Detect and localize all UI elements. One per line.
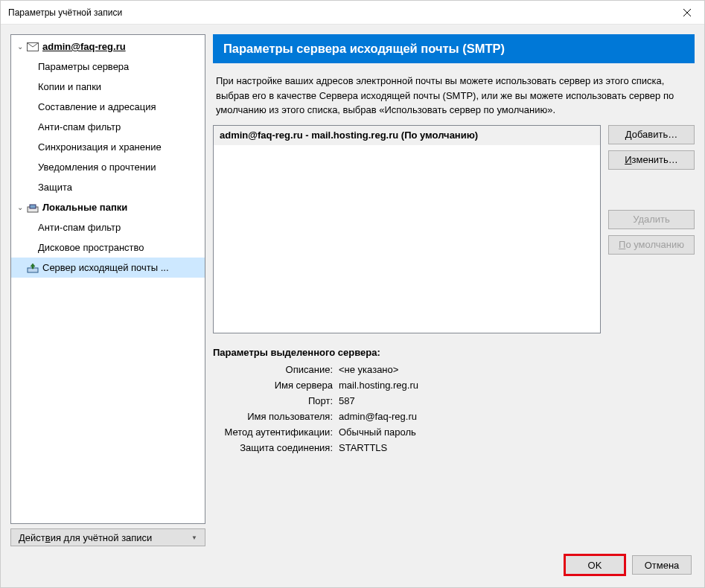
- server-upload-icon: [26, 262, 39, 274]
- details-description-value: <не указано>: [336, 364, 695, 375]
- close-icon: [683, 7, 691, 19]
- svg-rect-2: [30, 205, 36, 208]
- close-button[interactable]: [670, 1, 704, 25]
- account-actions-button[interactable]: Действия для учётной записи ▼: [10, 528, 205, 546]
- selected-server-details: Параметры выделенного сервера: Описание:…: [213, 347, 695, 453]
- delete-button[interactable]: Удалить: [608, 210, 695, 229]
- details-description-label: Описание:: [213, 364, 336, 375]
- smtp-buttons: Добавить… Изменить… Удалить По умолчанию: [608, 125, 695, 333]
- smtp-list-row: admin@faq-reg.ru - mail.hosting.reg.ru (…: [213, 125, 695, 333]
- set-default-button[interactable]: По умолчанию: [608, 235, 695, 255]
- tree-item-sync[interactable]: ·Синхронизация и хранение: [11, 137, 205, 157]
- details-auth-label: Метод аутентификации:: [213, 426, 336, 438]
- tree-item-copies[interactable]: ·Копии и папки: [11, 77, 205, 97]
- content-pane: Параметры сервера исходящей почты (SMTP)…: [213, 34, 695, 546]
- tree-item-antispam[interactable]: ·Анти-спам фильтр: [11, 117, 205, 137]
- account-actions-label: Действия для учётной записи: [19, 532, 152, 543]
- mail-icon: [26, 41, 39, 53]
- window-title: Параметры учётной записи: [8, 7, 122, 18]
- tree-item-security[interactable]: ·Защита: [11, 177, 205, 197]
- account-settings-window: Параметры учётной записи ⌄ admin@faq-reg…: [0, 0, 705, 588]
- content-description: При настройке ваших адресов электронной …: [213, 63, 695, 125]
- chevron-down-icon: ⌄: [16, 203, 25, 211]
- titlebar: Параметры учётной записи: [1, 1, 704, 25]
- account-tree[interactable]: ⌄ admin@faq-reg.ru ·Параметры сервера ·К…: [10, 34, 205, 524]
- tree-account-label: admin@faq-reg.ru: [41, 41, 126, 52]
- sidebar: ⌄ admin@faq-reg.ru ·Параметры сервера ·К…: [10, 34, 205, 546]
- cancel-button[interactable]: Отмена: [632, 555, 692, 575]
- ok-button[interactable]: OK: [565, 555, 625, 575]
- details-user-label: Имя пользователя:: [213, 411, 336, 422]
- edit-button[interactable]: Изменить…: [608, 150, 695, 170]
- tree-local-label: Локальные папки: [41, 202, 127, 213]
- folder-icon: [26, 202, 39, 214]
- smtp-list-item[interactable]: admin@faq-reg.ru - mail.hosting.reg.ru (…: [214, 126, 600, 145]
- add-button[interactable]: Добавить…: [608, 125, 695, 144]
- tree-local-root[interactable]: ⌄ Локальные папки: [11, 197, 205, 217]
- tree-account-root[interactable]: ⌄ admin@faq-reg.ru: [11, 36, 205, 57]
- button-gap: [608, 176, 695, 204]
- main-row: ⌄ admin@faq-reg.ru ·Параметры сервера ·К…: [10, 34, 695, 546]
- dialog-footer: OK Отмена: [10, 546, 695, 578]
- tree-item-compose[interactable]: ·Составление и адресация: [11, 97, 205, 117]
- tree-item-receipts[interactable]: ·Уведомления о прочтении: [11, 157, 205, 177]
- dialog-body: ⌄ admin@faq-reg.ru ·Параметры сервера ·К…: [1, 25, 704, 587]
- smtp-server-list[interactable]: admin@faq-reg.ru - mail.hosting.reg.ru (…: [213, 125, 601, 333]
- content-header: Параметры сервера исходящей почты (SMTP): [213, 34, 695, 63]
- details-auth-value: Обычный пароль: [336, 426, 695, 438]
- tree-item-local-antispam[interactable]: ·Анти-спам фильтр: [11, 217, 205, 237]
- tree-item-smtp[interactable]: · Сервер исходящей почты ...: [11, 258, 205, 278]
- details-title: Параметры выделенного сервера:: [213, 347, 695, 358]
- caret-down-icon: ▼: [191, 534, 197, 541]
- details-table: Описание: <не указано> Имя сервера mail.…: [213, 364, 695, 453]
- details-user-value: admin@faq-reg.ru: [336, 411, 695, 422]
- tree-item-disk[interactable]: ·Дисковое пространство: [11, 237, 205, 258]
- details-server-label: Имя сервера: [213, 380, 336, 391]
- tree-smtp-label: Сервер исходящей почты ...: [41, 262, 169, 273]
- details-port-label: Порт:: [213, 395, 336, 406]
- details-server-value: mail.hosting.reg.ru: [336, 380, 695, 391]
- details-security-label: Защита соединения:: [213, 442, 336, 453]
- chevron-down-icon: ⌄: [16, 42, 25, 51]
- details-port-value: 587: [336, 395, 695, 406]
- tree-item-server-params[interactable]: ·Параметры сервера: [11, 57, 205, 77]
- details-security-value: STARTTLS: [336, 442, 695, 453]
